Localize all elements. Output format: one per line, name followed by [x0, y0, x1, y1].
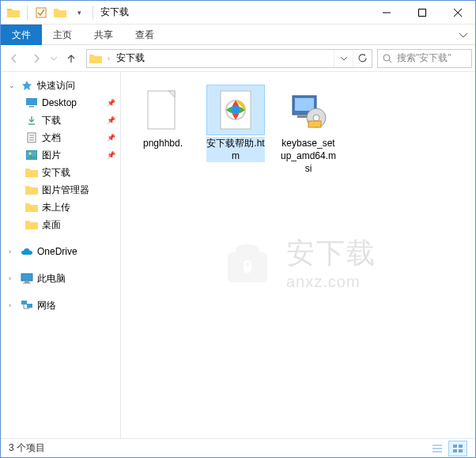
sidebar-item[interactable]: 下载📌 [1, 112, 120, 129]
breadcrumb-sep-icon[interactable]: › [104, 55, 113, 62]
sidebar-item-label: 未上传 [42, 201, 70, 214]
qat-dropdown-icon[interactable]: ▾ [71, 5, 87, 21]
svg-line-6 [389, 60, 391, 62]
watermark-en: anxz.com [286, 273, 376, 291]
title-bar: ▾ 安下载 [1, 1, 475, 25]
svg-rect-7 [26, 98, 37, 105]
sidebar-item[interactable]: 文档📌 [1, 129, 120, 146]
tab-share[interactable]: 共享 [83, 25, 124, 45]
chevron-right-icon[interactable]: › [9, 301, 17, 309]
tab-file[interactable]: 文件 [1, 25, 42, 45]
ribbon-expand-button[interactable] [451, 25, 475, 44]
svg-rect-21 [148, 91, 175, 129]
pin-icon: 📌 [107, 116, 115, 124]
network-icon [20, 298, 34, 312]
chevron-down-icon[interactable]: ⌄ [9, 81, 17, 89]
forward-button[interactable] [26, 48, 47, 69]
folder-icon [25, 200, 39, 214]
network-label: 网络 [37, 299, 56, 312]
details-view-button[interactable] [428, 441, 447, 456]
search-icon [383, 54, 392, 63]
address-dropdown-button[interactable] [334, 50, 353, 67]
tab-view[interactable]: 查看 [124, 25, 165, 45]
svg-rect-35 [459, 445, 463, 448]
file-item[interactable]: keybase_setup_amd64.msi [279, 85, 338, 176]
svg-rect-16 [21, 274, 32, 281]
navigation-bar: › 安下载 搜索"安下载" [1, 45, 475, 72]
pin-icon: 📌 [107, 134, 115, 142]
pin-icon: 📌 [107, 151, 115, 159]
this-pc-item[interactable]: › 此电脑 [1, 270, 120, 287]
file-icon [279, 85, 338, 135]
sidebar-item[interactable]: 图片📌 [1, 146, 120, 164]
icons-view-button[interactable] [448, 441, 467, 456]
status-bar: 3 个项目 [1, 438, 475, 457]
pc-icon [20, 271, 34, 286]
sidebar-item-label: 文档 [42, 131, 61, 145]
onedrive-icon [20, 244, 34, 259]
navigation-pane: ⌄ 快速访问 Desktop📌下载📌文档📌图片📌安下载图片管理器未上传桌面 › … [1, 72, 121, 438]
folder-icon [25, 218, 39, 232]
sidebar-item-label: 桌面 [42, 218, 61, 232]
file-item[interactable]: 安下载帮助.htm [206, 85, 265, 176]
sidebar-item[interactable]: 桌面 [1, 216, 120, 233]
maximize-button[interactable] [404, 1, 440, 24]
documents-icon [25, 131, 39, 145]
ribbon-tabs: 文件 主页 共享 查看 [1, 25, 475, 45]
search-placeholder: 搜索"安下载" [397, 51, 451, 65]
address-bar[interactable]: › 安下载 [86, 49, 372, 68]
folder-icon [6, 5, 21, 21]
chevron-right-icon[interactable]: › [9, 274, 17, 282]
watermark: 安下载 anxz.com [220, 234, 376, 291]
svg-rect-26 [295, 98, 314, 111]
sidebar-item-label: 安下载 [42, 166, 70, 180]
sidebar-item-label: 图片管理器 [42, 184, 89, 197]
folder-icon [25, 183, 39, 197]
qat-folder-icon[interactable] [52, 5, 68, 21]
pin-icon: 📌 [107, 99, 115, 107]
file-view[interactable]: pnghhbd.安下载帮助.htmkeybase_setup_amd64.msi… [121, 72, 475, 438]
up-button[interactable] [61, 48, 81, 69]
onedrive-label: OneDrive [37, 246, 77, 257]
svg-rect-17 [25, 282, 29, 283]
back-button[interactable] [4, 48, 25, 69]
network-item[interactable]: › 网络 [1, 297, 120, 314]
file-item[interactable]: pnghhbd. [134, 85, 192, 176]
svg-rect-34 [453, 445, 457, 448]
file-name: pnghhbd. [143, 137, 183, 150]
svg-rect-2 [418, 9, 425, 16]
file-name: keybase_setup_amd64.msi [279, 137, 338, 176]
sidebar-item[interactable]: 未上传 [1, 199, 120, 216]
minimize-button[interactable] [368, 1, 404, 24]
downloads-icon [25, 113, 39, 127]
sidebar-item-label: 图片 [42, 149, 61, 162]
svg-rect-8 [29, 106, 34, 108]
tab-home[interactable]: 主页 [42, 25, 83, 45]
recent-dropdown[interactable] [48, 48, 59, 69]
address-folder-icon [87, 53, 104, 64]
star-icon [20, 78, 34, 93]
sidebar-item[interactable]: 图片管理器 [1, 181, 120, 199]
chevron-right-icon[interactable]: › [9, 248, 17, 255]
quick-access-label: 快速访问 [37, 79, 75, 93]
svg-point-5 [383, 55, 390, 61]
watermark-cn: 安下载 [286, 234, 376, 273]
onedrive-item[interactable]: › OneDrive [1, 243, 120, 260]
sidebar-item[interactable]: 安下载 [1, 164, 120, 181]
svg-rect-20 [27, 304, 32, 308]
close-button[interactable] [440, 1, 475, 24]
properties-icon[interactable] [33, 5, 49, 21]
svg-rect-19 [21, 301, 27, 305]
sidebar-item[interactable]: Desktop📌 [1, 94, 120, 112]
sidebar-item-label: 下载 [42, 114, 61, 127]
quick-access-group[interactable]: ⌄ 快速访问 [1, 77, 120, 94]
breadcrumb-item[interactable]: 安下载 [113, 51, 148, 65]
refresh-button[interactable] [353, 50, 372, 67]
folder-icon [25, 165, 39, 180]
desktop-icon [25, 96, 39, 110]
svg-point-24 [232, 106, 240, 114]
svg-rect-36 [453, 449, 457, 452]
file-icon [206, 85, 265, 135]
svg-rect-30 [308, 121, 321, 127]
search-input[interactable]: 搜索"安下载" [377, 49, 472, 68]
